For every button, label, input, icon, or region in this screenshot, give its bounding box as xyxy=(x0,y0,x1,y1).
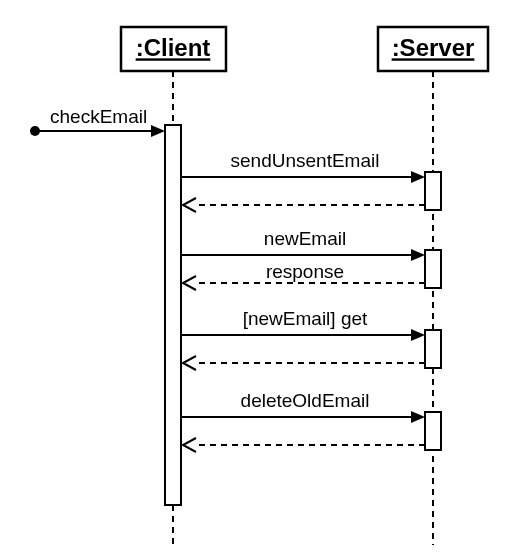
server-activation-1 xyxy=(425,172,441,210)
server-activation-2 xyxy=(425,250,441,288)
sequence-diagram: :Client :Server checkEmail sendUnsentEma… xyxy=(0,0,530,560)
newemailget-label: [newEmail] get xyxy=(243,308,368,329)
server-lifeline-label: :Server xyxy=(392,34,475,61)
client-activation xyxy=(165,125,181,505)
return-1-arrowhead xyxy=(183,198,196,212)
return-4-arrowhead xyxy=(183,438,196,452)
deleteoldemail-label: deleteOldEmail xyxy=(241,390,370,411)
newemail-arrowhead xyxy=(411,249,425,261)
checkemail-arrowhead xyxy=(151,125,165,137)
deleteoldemail-arrowhead xyxy=(411,411,425,423)
response-label: response xyxy=(266,261,344,282)
client-lifeline-label: :Client xyxy=(136,34,211,61)
sendunsentemail-arrowhead xyxy=(411,171,425,183)
newemailget-arrowhead xyxy=(411,329,425,341)
newemail-label: newEmail xyxy=(264,228,346,249)
server-activation-4 xyxy=(425,412,441,450)
response-arrowhead xyxy=(183,276,196,290)
server-activation-3 xyxy=(425,330,441,368)
return-3-arrowhead xyxy=(183,356,196,370)
checkemail-label: checkEmail xyxy=(50,106,147,127)
sendunsentemail-label: sendUnsentEmail xyxy=(231,150,380,171)
